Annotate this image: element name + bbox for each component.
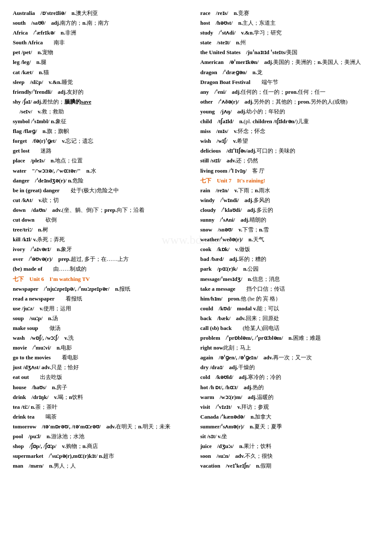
list-item: wash /wɒʃ/, /wɔːʃ/ v.洗 (13, 333, 192, 343)
list-item: sunny /ˈsʌni/ adj.晴朗的 (200, 215, 379, 225)
list-item: symbol /ˈsɪmbl/ n.象征 (13, 117, 192, 126)
list-item: tea /tiː/ n.茶；茶叶 (13, 402, 192, 412)
list-item: flag /flæɡ/ n.旗；旗帜 (13, 127, 192, 136)
right-column: race /reɪs/ n.竞赛host /həʊst/ n.主人；东道主stu… (200, 9, 379, 471)
list-item: /seɪv/ v.救；救助 (13, 107, 192, 116)
list-item: windy /ˈwɪndi/ adj.多风的 (200, 196, 379, 205)
list-item: supermarket /ˈsuːpə(r),mɑː(r)kɪt/ n.超市 (13, 451, 192, 461)
list-item: race /reɪs/ n.竞赛 (200, 9, 379, 18)
list-item: bad /bæd/ adj.坏的；糟的 (200, 254, 379, 264)
main-content: Australia /ɒ'streɪliə/ n.澳大利亚south /saʊθ… (13, 9, 379, 471)
list-item: host /həʊst/ n.主人；东道主 (200, 18, 379, 28)
list-item: cut down 砍倒 (13, 215, 192, 225)
list-item: place /pleɪs/ n.地点；位置 (13, 156, 192, 165)
list-item: shop /ʃɒp/, /ʃɑːp/ v.购物；n.商店 (13, 442, 192, 451)
list-item: use /juːz/ v.使用；运用 (13, 304, 192, 313)
list-item: cloudy /ˈklaʊdi/ adj.多云的 (200, 205, 379, 215)
list-item: sit /sɪt/ v.坐 (200, 432, 379, 441)
list-item: 七下 Unit 6 I'm watching TV (13, 275, 192, 284)
list-item: juice /dʒuːs/ n.果汁；饮料 (200, 442, 379, 451)
list-item: (be) made of 由……制成的 (13, 264, 192, 274)
list-item: right now此刻；马上 (200, 343, 379, 353)
list-item: 七下 Unit 7 It's raining! (200, 176, 379, 185)
list-item: ivory /ˈaɪvərɪ/ n.象牙 (13, 245, 192, 254)
list-item: south /saʊθ/ adj.南方的；n.南；南方 (13, 18, 192, 28)
list-item: problem /ˈprɒbləm/, /ˈprɑːbləm/ n.困难；难题 (200, 333, 379, 343)
list-item: weather/ˈweðə(r)/ n.天气 (200, 235, 379, 244)
list-item: other /ˈʌðə(r)/ adj.另外的；其他的；pron.另外的人(或物… (200, 97, 379, 107)
list-item: over /ˈəʊvə(r)/ prep.超过, 多于；在……上方 (13, 254, 192, 264)
list-item: drink /drɪŋk/ v.喝；n饮料 (13, 393, 192, 402)
list-item: cut /kʌt/ v.砍；切 (13, 196, 192, 205)
list-item: Australia /ɒ'streɪliə/ n.澳大利亚 (13, 9, 192, 18)
list-item: hot /h ɒt/, /hɑːt/ adj.热的 (200, 383, 379, 392)
list-item: back /bæk/ adv.回来；回原处 (200, 314, 379, 323)
list-item: cold /kəʊld/ adj.寒冷的；冷的 (200, 373, 379, 382)
list-item: forget /fə(r)ˈɡet/ v.忘记；遗忘 (13, 136, 192, 146)
list-item: soon /suːn/ adv.不久；很快 (200, 451, 379, 461)
list-item: tomorrow /tə'mɒrəʊ/, /tə'mɑːrəʊ/ adv.在明天… (13, 422, 192, 431)
list-item: take a message 挡个口信；传话 (200, 284, 379, 294)
list-item: cook /kɒk/ v.做饭 (200, 245, 379, 254)
list-item: snow /snəʊ/ v.下雪；n.雪 (200, 225, 379, 234)
list-item: Canada /ˈkænədə/ n.加拿大 (200, 412, 379, 422)
list-item: sleep /sliːp/ v.&n.睡觉 (13, 78, 192, 87)
list-item: be in (great) danger 处于(极大)危险之中 (13, 186, 192, 195)
list-item: study /ˈstʌdi/ v.&n.学习；研究 (200, 28, 379, 38)
list-item: cat /kæt/ n.猫 (13, 68, 192, 77)
list-item: any /ˈeni/ adj.任何的；任一的；pron.任何；任一 (200, 87, 379, 97)
list-item: friendly/ˈfrendli/ adj.友好的 (13, 87, 192, 97)
list-item: man /mæn/ n.男人；人 (13, 461, 192, 471)
list-item: water "/'wɔːtə/, /'wɑːtər/" n.水 (13, 166, 192, 176)
list-item: American /əˈmerɪkən/ adj.美国的；美洲的；n.美国人；美… (200, 58, 379, 67)
list-item: pet /pet/ n.宠物 (13, 48, 192, 57)
list-item: could /kʊd/ modal v.能；可以 (200, 304, 379, 313)
list-item: delicious /dɪˈlɪʃəs/adj.可口的；美味的 (200, 146, 379, 156)
list-item: dragon /ˈdræɡən/ n.龙 (200, 68, 379, 77)
list-item: pool /puːl/ n.游泳池；水池 (13, 432, 192, 441)
list-item: rain /reɪn/ v.下雨；n.雨水 (200, 186, 379, 195)
list-item: go to the movies 看电影 (13, 353, 192, 362)
list-item: make soup 做汤 (13, 324, 192, 333)
list-item: danger /ˈdeɪndʒə(r)/ n.危险 (13, 176, 192, 185)
list-item: soup /suːp/ n.汤 (13, 314, 192, 323)
list-item: wish /wɪʃ/ v.希望 (200, 136, 379, 146)
list-item: get lost 迷路 (13, 146, 192, 156)
list-item: shy /ʃaɪ/ adj.差怯的；腼腆的save (13, 97, 192, 107)
list-item: miss /mɪs/ v.怀念；怀念 (200, 127, 379, 136)
list-item: just /dʒʌst/ adv.只是；恰好 (13, 363, 192, 372)
list-item: state /steɪt/ n.州 (200, 38, 379, 47)
list-item: read a newspaper 看报纸 (13, 294, 192, 304)
list-item: Africa /ˈæfrɪkə/ n.非洲 (13, 28, 192, 38)
list-item: summer/ˈsʌmə(r)/ n.夏天；夏季 (200, 422, 379, 431)
left-column: Australia /ɒ'streɪliə/ n.澳大利亚south /saʊθ… (13, 9, 192, 471)
list-item: kill /kɪl/ v.杀死；弄死 (13, 235, 192, 244)
list-item: vacation /veɪˈkeɪʃn/ n.假期 (200, 461, 379, 471)
list-item: drink tea 喝茶 (13, 412, 192, 422)
list-item: visit /ˈvɪzɪt/ v.拜访；参观 (200, 402, 379, 412)
list-item: park /pɑː(r)k/ n.公园 (200, 264, 379, 274)
list-item: still /stɪl/ adv.还；仍然 (200, 156, 379, 165)
list-item: the United States /juˈnaɪtɪd ˈsteɪts/美国 (200, 48, 379, 57)
list-item: again /əˈɡen/, /əˈɡeɪn/ adv.再一次；又一次 (200, 353, 379, 362)
list-item: tree/triː/ n.树 (13, 225, 192, 234)
list-item: Dragon Boat Festival 端午节 (200, 78, 379, 87)
list-item: call (sb) back (给某人)回电话 (200, 324, 379, 333)
list-item: dry /draɪ/ adj.干燥的 (200, 363, 379, 372)
list-item: him/hɪm/ pron.他 (he 的 宾 格） (200, 294, 379, 304)
list-item: South Africa 南非 (13, 38, 192, 47)
list-item: newspaper /ˈnjuːzpeɪpə/, /ˈnuːzpeɪpər/ n… (13, 284, 192, 294)
list-item: movie /ˈmuːvi/ n.电影 (13, 343, 192, 353)
list-item: eat out 出去吃饭 (13, 373, 192, 382)
list-item: down /daʊn/ adv.(坐、躺、倒)下；prep.向下；沿着 (13, 205, 192, 215)
list-item: leg /leg/ n.腿 (13, 58, 192, 67)
list-item: house /haʊs/ n.房子 (13, 383, 192, 392)
list-item: child /tʃaɪld/ n.(pl. children /tʃɪldrən… (200, 117, 379, 126)
list-item: young /jʌŋ/ adj.幼小的；年轻的 (200, 107, 379, 116)
list-item: living room /ˈl ɪvɪŋ/ 客 厅 (200, 166, 379, 176)
list-item: warm /wɔː(r)m/ adj.温暖的 (200, 393, 379, 402)
list-item: message/ˈmesɪdʒ/ n.信息；消息 (200, 275, 379, 284)
